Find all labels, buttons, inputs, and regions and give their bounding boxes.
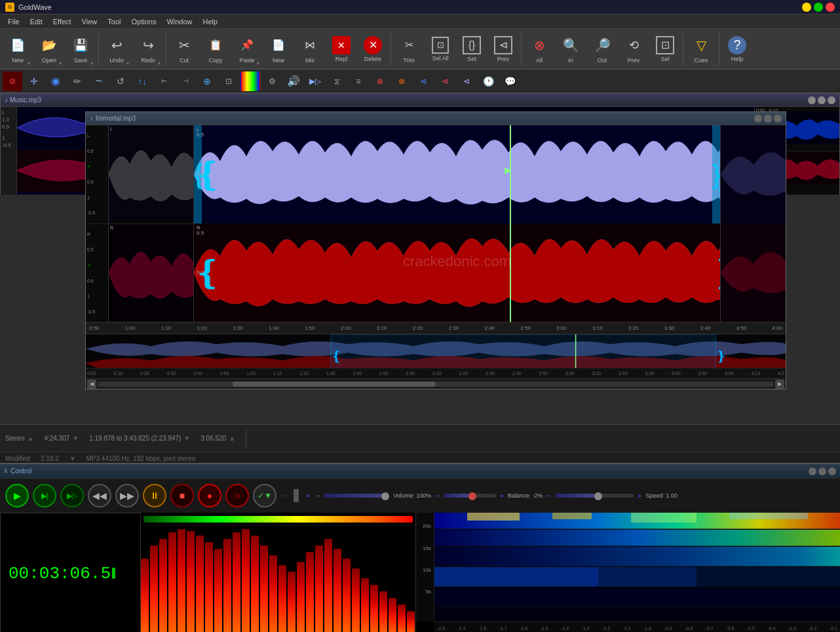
cues-button[interactable]: ▽ Cues xyxy=(686,31,716,68)
mark3-btn[interactable]: ⊲ xyxy=(457,71,476,91)
maximize-button[interactable] xyxy=(814,3,823,12)
pause-button[interactable]: ⏸ xyxy=(143,484,166,507)
scroll-thumb[interactable] xyxy=(233,382,436,387)
menu-file[interactable]: File xyxy=(3,16,25,27)
eq-btn[interactable]: ≡ xyxy=(349,71,368,91)
sel-button[interactable]: ⊡ Sel xyxy=(650,31,680,68)
trim-button[interactable]: ✂ Trim xyxy=(394,31,424,68)
check-button[interactable]: ✓▼ xyxy=(253,484,277,507)
menu-effect[interactable]: Effect xyxy=(48,16,77,27)
svg-rect-27 xyxy=(242,529,250,632)
sel-handle-right[interactable]: ❵ xyxy=(712,125,720,224)
sel-right-btn[interactable]: ⊣ xyxy=(176,71,195,91)
ffwd-button[interactable]: ▶▶ xyxy=(115,484,139,507)
prev-button[interactable]: ⊲ Prev xyxy=(488,31,518,68)
new-button[interactable]: 📄 New xyxy=(3,31,33,68)
play-next-button[interactable]: ▶▷ xyxy=(60,484,84,507)
open-icon: 📂 xyxy=(39,35,60,56)
immortal-titlebar[interactable]: ♪ Immortal.mp3 xyxy=(86,112,786,125)
globe-btn[interactable]: ◉ xyxy=(46,71,66,91)
sep4 xyxy=(521,33,522,66)
undo-button[interactable]: ↩ Undo xyxy=(102,31,132,68)
speed-slider[interactable] xyxy=(555,491,634,500)
loop-btn[interactable]: ↺ xyxy=(111,71,130,91)
paste-button[interactable]: 📌 Paste xyxy=(232,31,262,68)
stop-button[interactable]: ■ xyxy=(170,484,194,507)
scroll-track[interactable] xyxy=(98,382,774,387)
immortal-min[interactable] xyxy=(754,115,762,123)
menu-options[interactable]: Options xyxy=(126,16,161,27)
sep5 xyxy=(683,33,683,66)
play-button[interactable]: ▶ xyxy=(5,484,29,507)
balance-slider[interactable] xyxy=(444,491,496,500)
mix-icon: ⋈ xyxy=(299,35,320,56)
amp-btn[interactable]: ↑↓ xyxy=(132,71,152,91)
zoom-out-button[interactable]: 🔎 Out xyxy=(587,31,617,68)
sel-left-btn[interactable]: ⊢ xyxy=(154,71,174,91)
close-button[interactable] xyxy=(826,3,835,12)
copy-button[interactable]: 📋 Copy xyxy=(200,31,231,68)
redo-button[interactable]: ↪ Redo xyxy=(133,31,163,68)
drag-btn[interactable]: ⊕ xyxy=(197,71,217,91)
hscrollbar[interactable]: ◀ ▶ xyxy=(86,378,786,389)
denoise-btn[interactable]: ⊗ xyxy=(392,71,411,91)
scroll-left[interactable]: ◀ xyxy=(87,380,96,389)
menu-help[interactable]: Help xyxy=(198,16,223,27)
all-button[interactable]: ⊗ All xyxy=(524,31,554,68)
menu-window[interactable]: Window xyxy=(161,16,197,27)
cut-button[interactable]: ✂ Cut xyxy=(169,31,199,68)
help-button[interactable]: ? Help xyxy=(722,31,752,68)
repl-button[interactable]: ✕ Repl xyxy=(326,31,356,68)
ctrl-min[interactable] xyxy=(809,467,816,475)
menu-edit[interactable]: Edit xyxy=(25,16,48,27)
sel-icon: ⊡ xyxy=(656,36,674,54)
immortal-close[interactable] xyxy=(774,115,782,123)
music-titlebar[interactable]: ♪ Music.mp3 xyxy=(1,94,839,107)
menu-view[interactable]: View xyxy=(77,16,103,27)
zoom-in-button[interactable]: 🔍 In xyxy=(556,31,586,68)
sel-handle-right-r[interactable]: ❵ xyxy=(712,224,720,322)
noise-btn[interactable]: ⊗ xyxy=(370,71,390,91)
save-button[interactable]: 💾 Save xyxy=(66,31,96,68)
wave-btn[interactable]: 〜 xyxy=(89,71,109,91)
set-button[interactable]: {} Set xyxy=(457,31,487,68)
undo-icon: ↩ xyxy=(106,35,127,56)
stop-btn2[interactable]: ⊘ xyxy=(3,71,22,91)
marker-btn[interactable]: ⊲ xyxy=(413,71,433,91)
clock-btn[interactable]: 🕐 xyxy=(478,71,498,91)
minimize-button[interactable] xyxy=(802,3,811,12)
prev2-button[interactable]: ⟲ Prev xyxy=(619,31,649,68)
ctrl-close[interactable] xyxy=(828,467,836,475)
speed-btn[interactable]: ▶▷ xyxy=(305,71,325,91)
spec-btn[interactable]: ⚙ xyxy=(262,71,282,91)
sep2 xyxy=(166,33,166,66)
play-sel-button[interactable]: ▶| xyxy=(33,484,56,507)
immortal-title-icon: ♪ xyxy=(90,115,93,122)
pan-btn[interactable]: ⊡ xyxy=(219,71,239,91)
r-channel-label: R xyxy=(110,226,113,230)
scroll-right[interactable]: ▶ xyxy=(775,380,784,389)
color-btn[interactable] xyxy=(240,71,260,91)
open-button[interactable]: 📂 Open xyxy=(34,31,64,68)
record-sel-button[interactable]: ⊙ xyxy=(225,484,249,507)
volume-slider[interactable] xyxy=(324,491,389,500)
mix-button[interactable]: ⋈ Mix xyxy=(295,31,325,68)
music-min[interactable] xyxy=(808,96,816,104)
chat-btn[interactable]: 💬 xyxy=(500,71,520,91)
mark2-btn[interactable]: ⊲ xyxy=(435,71,455,91)
rewind-button[interactable]: ◀◀ xyxy=(88,484,111,507)
move-btn[interactable]: ✛ xyxy=(24,71,44,91)
music-max[interactable] xyxy=(818,96,826,104)
svg-rect-36 xyxy=(324,539,332,632)
immortal-max[interactable] xyxy=(764,115,772,123)
sel-all-button[interactable]: ⊡ Sel All xyxy=(425,31,455,68)
pencil-btn[interactable]: ✏ xyxy=(67,71,87,91)
delete-button[interactable]: ✕ Delete xyxy=(358,31,388,68)
music-close[interactable] xyxy=(828,96,835,104)
vol-btn[interactable]: 🔊 xyxy=(284,71,303,91)
ctrl-max[interactable] xyxy=(818,467,826,475)
menu-tool[interactable]: Tool xyxy=(102,16,126,27)
record-button[interactable]: ● xyxy=(198,484,221,507)
filter-btn[interactable]: ⧖ xyxy=(327,71,347,91)
new2-button[interactable]: 📄 New xyxy=(263,31,294,68)
